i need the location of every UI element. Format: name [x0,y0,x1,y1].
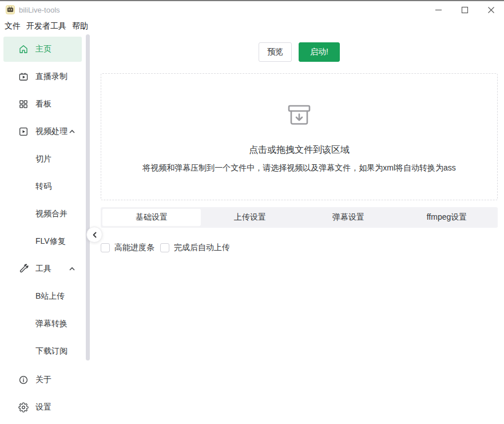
wrench-icon [18,264,29,274]
checkbox-box-icon[interactable] [101,243,110,252]
sidebar-menu: 主页 直播录制 看板 [0,34,86,364]
sidebar-item-label: 视频合并 [35,209,68,219]
sidebar-item-about[interactable]: 关于 [3,367,82,393]
action-buttons: 预览 启动! [101,42,498,62]
app-window: biliLive-tools 文件 开发者工具 帮助 [0,0,504,424]
tv-icon [18,72,29,82]
sidebar-item-label: 直播录制 [35,72,68,82]
sidebar-item-tools[interactable]: 工具 [3,256,82,282]
basic-settings-options: 高能进度条 完成后自动上传 [101,243,498,253]
chevron-up-icon [68,128,76,136]
tab-danmu-settings[interactable]: 弹幕设置 [299,209,398,226]
menubar: 文件 开发者工具 帮助 [0,18,504,34]
tab-upload-settings[interactable]: 上传设置 [201,209,299,226]
info-icon [18,375,29,385]
checkbox-auto-upload-after-finish[interactable]: 完成后自动上传 [160,243,230,253]
settings-tabs: 基础设置 上传设置 弹幕设置 ffmpeg设置 [101,207,498,228]
sidebar-item-label: B站上传 [35,291,65,302]
sidebar-item-label: 关于 [35,375,51,385]
checkbox-high-energy-progress[interactable]: 高能进度条 [101,243,154,253]
sidebar-item-video-processing[interactable]: 视频处理 [3,119,82,144]
main-content: 预览 启动! 点击或拖拽文件到该区域 将视频和弹幕压制到一个文件中，请选择视频以… [101,34,498,253]
checkbox-label: 高能进度条 [114,243,154,253]
file-dropzone[interactable]: 点击或拖拽文件到该区域 将视频和弹幕压制到一个文件中，请选择视频以及弹幕文件，如… [101,73,498,200]
checkbox-label: 完成后自动上传 [174,243,230,253]
sidebar-item-dashboard[interactable]: 看板 [3,92,82,117]
chevron-up-icon [68,265,76,273]
sidebar-item-settings[interactable]: 设置 [3,395,82,420]
sidebar-footer: 关于 设置 [0,367,86,422]
chevron-left-icon [91,231,98,239]
sidebar-item-video-merge[interactable]: 视频合并 [3,201,82,227]
sidebar-item-label: 视频处理 [35,126,68,137]
sidebar-item-download-subscribe[interactable]: 下载订阅 [3,339,82,364]
menu-help[interactable]: 帮助 [69,19,91,33]
sidebar-item-label: 下载订阅 [35,346,68,356]
titlebar: biliLive-tools [0,1,504,18]
sidebar-item-transcode[interactable]: 转码 [3,174,82,199]
sidebar-item-label: 切片 [35,154,51,164]
home-icon [18,44,29,54]
sidebar-item-label: 看板 [35,99,51,109]
menu-file[interactable]: 文件 [2,19,23,33]
sidebar-scrollbar[interactable] [86,34,90,360]
tab-basic-settings[interactable]: 基础设置 [102,209,201,226]
window-controls [425,1,504,18]
sidebar-item-label: 设置 [35,402,51,413]
dropzone-subtitle: 将视频和弹幕压制到一个文件中，请选择视频以及弹幕文件，如果为xml将自动转换为a… [101,163,497,173]
sidebar-item-label: 弹幕转换 [35,319,68,329]
dashboard-icon [18,99,29,109]
close-button[interactable] [478,1,504,18]
sidebar: 主页 直播录制 看板 [0,34,86,424]
sidebar-item-label: FLV修复 [35,236,66,247]
sidebar-item-live-record[interactable]: 直播录制 [3,64,82,89]
sidebar-item-clip[interactable]: 切片 [3,146,82,172]
sidebar-item-bili-upload[interactable]: B站上传 [3,284,82,309]
maximize-button[interactable] [451,1,478,18]
video-play-icon [18,126,29,137]
sidebar-item-home[interactable]: 主页 [3,37,82,62]
tab-ffmpeg-settings[interactable]: ffmpeg设置 [398,209,496,226]
app-logo-icon [6,5,15,14]
menu-devtools[interactable]: 开发者工具 [23,19,69,33]
dropzone-title: 点击或拖拽文件到该区域 [101,144,497,156]
app-body: 主页 直播录制 看板 [0,34,504,424]
preview-button[interactable]: 预览 [259,42,292,62]
gear-icon [18,402,29,413]
sidebar-item-label: 工具 [35,264,51,274]
sidebar-item-label: 主页 [35,44,51,54]
minimize-button[interactable] [425,1,451,18]
checkbox-box-icon[interactable] [160,243,169,252]
sidebar-collapse-button[interactable] [86,227,102,243]
sidebar-item-label: 转码 [35,181,51,192]
sidebar-item-flv-repair[interactable]: FLV修复 [3,229,82,254]
start-button[interactable]: 启动! [299,42,340,62]
sidebar-item-danmu-convert[interactable]: 弹幕转换 [3,311,82,336]
window-title: biliLive-tools [19,6,60,14]
archive-download-icon [285,101,313,129]
